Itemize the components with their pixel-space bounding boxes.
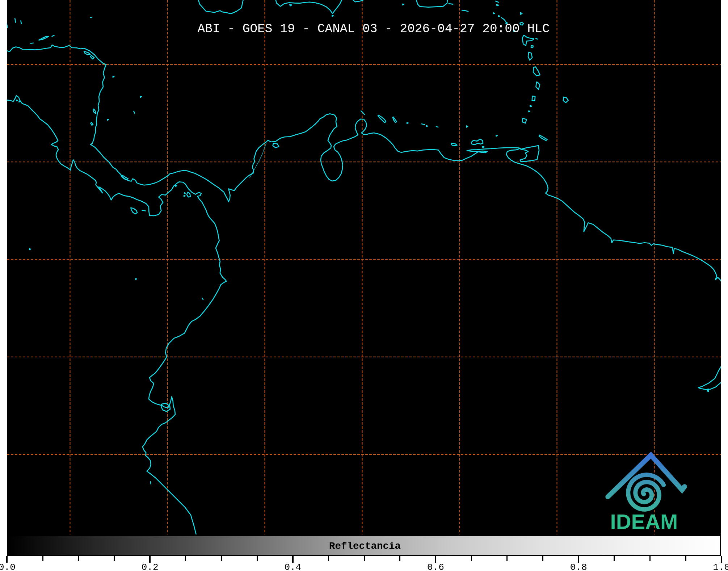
svg-text:IDEAM: IDEAM xyxy=(610,510,678,533)
